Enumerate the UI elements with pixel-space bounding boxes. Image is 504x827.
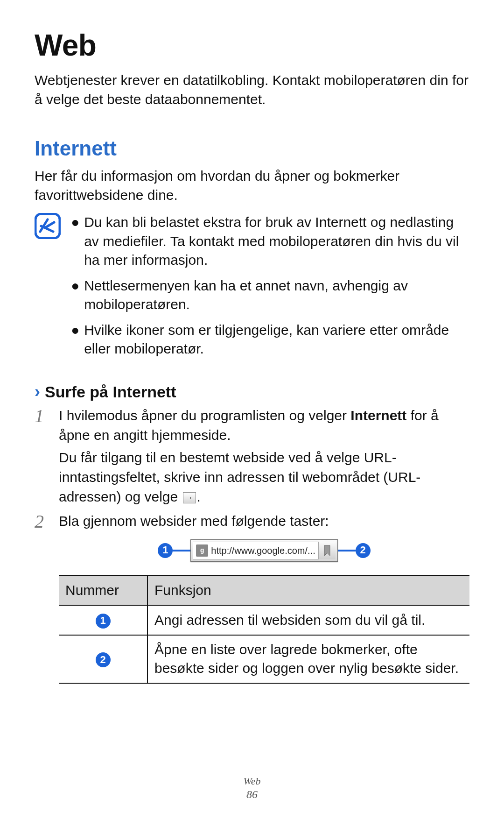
step-number: 2 bbox=[35, 511, 50, 684]
footer-page-number: 86 bbox=[0, 788, 504, 801]
callout-badge-2: 2 bbox=[356, 543, 371, 558]
subsection-heading-row: › Surfe på Internett bbox=[35, 383, 469, 401]
note-box: ●Du kan bli belastet ekstra for bruk av … bbox=[35, 213, 469, 365]
step-text: . bbox=[197, 489, 201, 504]
step-2: 2 Bla gjennom websider med følgende tast… bbox=[35, 511, 469, 684]
bullet-icon: ● bbox=[71, 276, 79, 314]
note-icon bbox=[35, 213, 61, 241]
table-cell-number: 2 bbox=[59, 635, 147, 683]
note-text: Du kan bli belastet ekstra for bruk av I… bbox=[84, 213, 469, 270]
section-heading: Internett bbox=[35, 137, 469, 160]
table-row: 2 Åpne en liste over lagrede bokmerker, … bbox=[59, 635, 469, 683]
chevron-right-icon: › bbox=[35, 383, 40, 400]
callout-badge-1: 1 bbox=[96, 614, 111, 629]
table-header-number: Nummer bbox=[59, 575, 147, 605]
table-cell-function: Angi adressen til websiden som du vil gå… bbox=[147, 605, 469, 635]
urlbar-inner: g http://www.google.com/... bbox=[193, 542, 318, 559]
table-header-row: Nummer Funksjon bbox=[59, 575, 469, 605]
url-text: http://www.google.com/... bbox=[211, 544, 318, 557]
table-cell-function: Åpne en liste over lagrede bokmerker, of… bbox=[147, 635, 469, 683]
subsection-heading: Surfe på Internett bbox=[45, 383, 176, 401]
bookmark-button bbox=[319, 542, 336, 559]
step-text: Bla gjennom websider med følgende taster… bbox=[59, 513, 329, 529]
note-text: Hvilke ikoner som er tilgjengelige, kan … bbox=[84, 321, 469, 359]
note-item: ●Hvilke ikoner som er tilgjengelige, kan… bbox=[71, 321, 469, 359]
note-item: ●Du kan bli belastet ekstra for bruk av … bbox=[71, 213, 469, 270]
page-title: Web bbox=[35, 28, 469, 63]
function-table: Nummer Funksjon 1 Angi adressen til webs… bbox=[59, 575, 469, 684]
step-text: Du får tilgang til en bestemt webside ve… bbox=[59, 450, 420, 504]
step-1: 1 I hvilemodus åpner du programlisten og… bbox=[35, 406, 469, 507]
browser-urlbar: g http://www.google.com/... bbox=[190, 539, 337, 562]
intro-paragraph: Webtjenester krever en datatilkobling. K… bbox=[35, 71, 469, 109]
bookmark-icon bbox=[323, 544, 331, 557]
go-arrow-icon: → bbox=[183, 492, 196, 503]
step-number: 1 bbox=[35, 406, 50, 507]
footer-section-name: Web bbox=[243, 775, 260, 787]
note-item: ●Nettlesermenyen kan ha et annet navn, a… bbox=[71, 276, 469, 314]
note-text: Nettlesermenyen kan ha et annet navn, av… bbox=[84, 276, 469, 314]
step-text: I hvilemodus åpner du programlisten og v… bbox=[59, 408, 350, 423]
section-desc: Her får du informasjon om hvordan du åpn… bbox=[35, 167, 469, 205]
manual-page: Web Webtjenester krever en datatilkoblin… bbox=[0, 0, 504, 827]
table-header-function: Funksjon bbox=[147, 575, 469, 605]
urlbar-diagram: 1 g http://www.google.com/... bbox=[59, 539, 469, 562]
note-list: ●Du kan bli belastet ekstra for bruk av … bbox=[69, 213, 469, 365]
step-body: Bla gjennom websider med følgende taster… bbox=[59, 511, 469, 684]
step-subtext: Du får tilgang til en bestemt webside ve… bbox=[59, 448, 469, 507]
steps-list: 1 I hvilemodus åpner du programlisten og… bbox=[35, 406, 469, 684]
page-footer: Web 86 bbox=[0, 775, 504, 801]
bullet-icon: ● bbox=[71, 321, 79, 359]
table-row: 1 Angi adressen til websiden som du vil … bbox=[59, 605, 469, 635]
callout-connector bbox=[173, 550, 190, 551]
favicon-icon: g bbox=[196, 544, 208, 557]
callout-badge-1: 1 bbox=[158, 543, 173, 558]
bullet-icon: ● bbox=[71, 213, 79, 270]
callout-badge-2: 2 bbox=[96, 652, 111, 667]
step-body: I hvilemodus åpner du programlisten og v… bbox=[59, 406, 469, 507]
callout-connector bbox=[338, 550, 356, 551]
table-cell-number: 1 bbox=[59, 605, 147, 635]
step-text-bold: Internett bbox=[350, 408, 406, 423]
